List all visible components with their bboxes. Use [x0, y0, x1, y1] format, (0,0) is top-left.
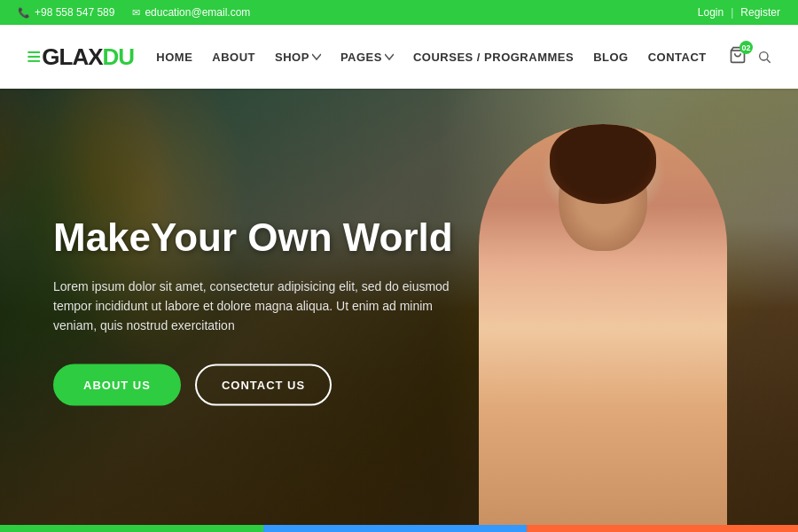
hero-person-image [479, 124, 727, 532]
logo[interactable]: ≡ GLAX DU [27, 43, 134, 71]
nav-shop[interactable]: SHOP [275, 51, 321, 64]
logo-brand2: DU [103, 43, 135, 71]
hero-section: MakeYour Own World Lorem ipsum dolor sit… [0, 89, 798, 532]
contact-us-button[interactable]: CONTACT US [195, 364, 332, 405]
nav-about[interactable]: ABOUT [212, 51, 255, 64]
bottom-color-bar [0, 525, 798, 532]
nav-icons: 02 [729, 46, 771, 67]
cart-button[interactable]: 02 [729, 46, 747, 67]
main-nav: HOME ABOUT SHOP PAGES COURSES / PROGRAMM… [156, 51, 706, 64]
email-icon [132, 7, 140, 19]
search-icon[interactable] [757, 50, 771, 64]
about-us-button[interactable]: ABOUT US [53, 364, 181, 405]
hero-title: MakeYour Own World [53, 215, 479, 261]
login-link[interactable]: Login [698, 6, 724, 19]
hero-content: MakeYour Own World Lorem ipsum dolor sit… [53, 215, 479, 406]
nav-shop-link[interactable]: SHOP [275, 51, 309, 64]
header: ≡ GLAX DU HOME ABOUT SHOP PAGES COURSES … [0, 25, 798, 89]
nav-contact[interactable]: CONTACT [648, 51, 707, 64]
nav-courses[interactable]: COURSES / PROGRAMMES [413, 51, 574, 64]
top-bar-contact: +98 558 547 589 education@email.com [18, 6, 250, 19]
svg-line-2 [767, 59, 771, 63]
logo-icon: ≡ [27, 43, 40, 71]
email-info: education@email.com [132, 6, 250, 19]
nav-home[interactable]: HOME [156, 51, 192, 64]
pages-chevron-icon [385, 52, 394, 61]
phone-number: +98 558 547 589 [35, 6, 114, 19]
svg-point-1 [760, 52, 768, 60]
nav-blog[interactable]: BLOG [593, 51, 629, 64]
logo-brand1: GLAX [42, 43, 102, 71]
top-bar-auth: Login | Register [698, 6, 780, 19]
phone-info: +98 558 547 589 [18, 6, 114, 19]
divider: | [731, 6, 733, 19]
cart-badge: 02 [739, 41, 753, 54]
nav-pages-link[interactable]: PAGES [340, 51, 382, 64]
hero-description: Lorem ipsum dolor sit amet, consectetur … [53, 276, 479, 335]
register-link[interactable]: Register [740, 6, 780, 19]
phone-icon [18, 7, 30, 19]
shop-chevron-icon [312, 52, 321, 61]
email-address: education@email.com [145, 6, 250, 19]
nav-pages[interactable]: PAGES [340, 51, 394, 64]
top-bar: +98 558 547 589 education@email.com Logi… [0, 0, 798, 25]
hero-buttons: ABOUT US CONTACT US [53, 364, 479, 405]
